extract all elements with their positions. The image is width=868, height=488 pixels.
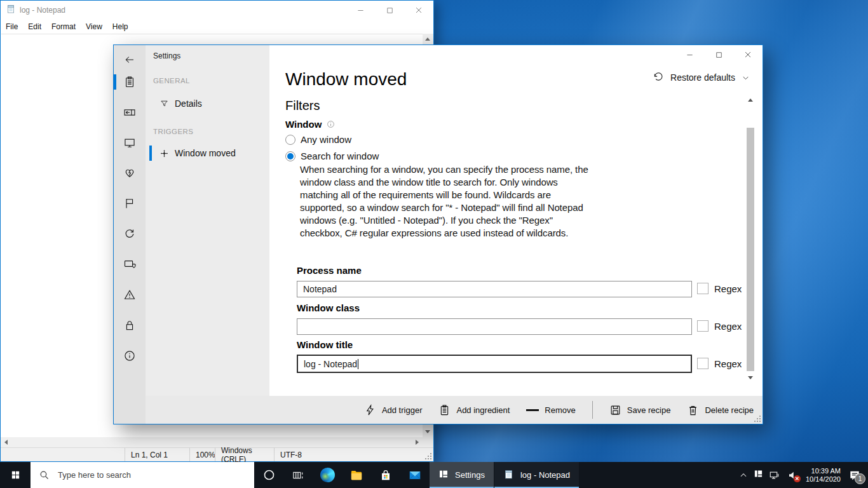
notepad-titlebar[interactable]: log - Notepad <box>1 1 433 20</box>
radio-circle-selected[interactable] <box>285 151 295 161</box>
window-class-label: Window class <box>297 302 360 313</box>
scroll-down-icon[interactable] <box>425 430 430 433</box>
scroll-up-icon[interactable] <box>748 98 753 102</box>
nav-item-window-moved[interactable]: Window moved <box>146 144 269 162</box>
radio-any-window-label: Any window <box>301 134 351 145</box>
back-button[interactable] <box>114 49 146 71</box>
text-caret <box>358 359 358 369</box>
notepad-horizontal-scrollbar[interactable] <box>1 437 423 448</box>
mail-app-icon[interactable] <box>400 462 430 488</box>
radio-circle-unselected[interactable] <box>285 135 295 145</box>
taskbar: Type here to search Settings log - Notep… <box>0 462 868 488</box>
settings-maximize-button[interactable] <box>704 45 733 64</box>
monitor-icon[interactable] <box>114 132 146 154</box>
radio-search-for-window-label: Search for window <box>301 151 379 161</box>
settings-window: Settings GENERAL Details TRIGGERS Window… <box>113 44 763 424</box>
microsoft-store-icon[interactable] <box>371 462 400 488</box>
status-line-ending: Windows (CRLF) <box>215 448 275 461</box>
action-center-icon[interactable]: 1 <box>846 468 863 483</box>
process-regex-row: Regex <box>697 283 742 294</box>
tray-app-window-icon[interactable] <box>754 469 763 481</box>
window-title-input[interactable]: log - Notepad <box>297 355 692 373</box>
warning-triangle-icon[interactable] <box>114 284 146 306</box>
add-ingredient-label: Add ingredient <box>456 405 510 415</box>
notepad-maximize-button[interactable] <box>375 1 404 20</box>
system-tray: ✕ 10:39 AM 10/14/2020 1 <box>739 462 868 488</box>
card-arrow-left-icon[interactable] <box>114 102 146 123</box>
move-arrows-icon <box>159 149 170 158</box>
nav-title: Settings <box>153 51 180 60</box>
add-trigger-button[interactable]: Add trigger <box>364 404 423 416</box>
process-regex-label: Regex <box>714 283 742 294</box>
save-recipe-label: Save recipe <box>627 405 671 415</box>
edge-browser-icon[interactable] <box>313 462 342 488</box>
menu-view[interactable]: View <box>81 22 107 31</box>
add-ingredient-button[interactable]: Add ingredient <box>438 404 510 416</box>
settings-minimize-button[interactable] <box>675 45 704 64</box>
process-name-input[interactable]: Notepad <box>297 281 692 297</box>
taskbar-button-settings[interactable]: Settings <box>430 462 494 488</box>
notepad-statusbar: Ln 1, Col 1 100% Windows (CRLF) UTF-8 <box>1 447 433 461</box>
radio-any-window[interactable]: Any window <box>285 134 351 145</box>
lock-icon[interactable] <box>114 315 146 336</box>
info-circle-icon[interactable] <box>327 120 335 128</box>
start-button[interactable] <box>0 462 31 488</box>
nav-item-details[interactable]: Details <box>146 95 269 112</box>
menu-edit[interactable]: Edit <box>23 22 46 31</box>
notepad-minimize-button[interactable] <box>346 1 375 20</box>
notepad-close-button[interactable] <box>404 1 433 20</box>
menu-format[interactable]: Format <box>46 22 81 31</box>
delete-recipe-button[interactable]: Delete recipe <box>687 404 754 416</box>
filters-heading: Filters <box>285 98 320 113</box>
refresh-icon[interactable] <box>114 223 146 245</box>
network-icon[interactable] <box>769 470 780 481</box>
status-zoom-level: 100% <box>189 448 215 461</box>
remove-button[interactable]: Remove <box>526 405 575 415</box>
search-input[interactable]: Type here to search <box>31 462 254 488</box>
volume-muted-icon[interactable]: ✕ <box>786 468 800 482</box>
lightning-icon <box>364 404 376 416</box>
tray-chevron-up-icon[interactable] <box>739 471 748 480</box>
heart-lightning-icon[interactable] <box>114 162 146 184</box>
class-regex-row: Regex <box>697 320 742 332</box>
settings-close-button[interactable] <box>733 45 763 64</box>
tray-clock[interactable]: 10:39 AM 10/14/2020 <box>806 467 841 484</box>
resize-grip[interactable] <box>425 453 432 460</box>
scroll-right-icon[interactable] <box>416 440 419 445</box>
class-regex-checkbox[interactable] <box>697 320 709 332</box>
task-view-button[interactable] <box>283 462 313 488</box>
title-regex-checkbox[interactable] <box>697 358 709 369</box>
nav-item-details-label: Details <box>175 98 202 109</box>
chevron-down-icon <box>742 74 750 82</box>
file-explorer-icon[interactable] <box>342 462 371 488</box>
content-scrollbar[interactable] <box>746 92 755 384</box>
save-icon <box>609 404 621 416</box>
window-class-input[interactable] <box>297 318 692 335</box>
save-recipe-button[interactable]: Save recipe <box>609 404 671 416</box>
scrollbar-thumb[interactable] <box>747 128 754 371</box>
tray-time: 10:39 AM <box>806 467 841 475</box>
scroll-up-icon[interactable] <box>425 37 430 41</box>
process-regex-checkbox[interactable] <box>697 283 709 294</box>
info-icon[interactable] <box>114 345 146 367</box>
scroll-left-icon[interactable] <box>4 440 8 445</box>
chat-shield-icon[interactable] <box>114 254 146 275</box>
window-group-label: Window <box>285 119 322 130</box>
menu-help[interactable]: Help <box>107 22 133 31</box>
radio-search-for-window[interactable]: Search for window <box>285 151 379 161</box>
nav-selection-indicator <box>149 146 152 161</box>
taskbar-button-notepad[interactable]: log - Notepad <box>494 462 579 488</box>
cortana-button[interactable] <box>254 462 283 488</box>
minus-icon <box>526 409 539 411</box>
flag-icon[interactable] <box>114 193 146 214</box>
scroll-down-icon[interactable] <box>748 376 753 379</box>
notification-badge: 1 <box>855 473 865 484</box>
notepad-menubar: File Edit Format View Help <box>1 20 433 34</box>
menu-file[interactable]: File <box>1 22 23 31</box>
window-title-value: log - Notepad <box>304 359 357 369</box>
title-regex-label: Regex <box>714 358 742 369</box>
restore-defaults-button[interactable]: Restore defaults <box>653 72 750 83</box>
volume-mute-badge: ✕ <box>794 475 801 482</box>
resize-grip[interactable] <box>754 416 761 423</box>
clipboard-icon[interactable] <box>114 71 146 93</box>
